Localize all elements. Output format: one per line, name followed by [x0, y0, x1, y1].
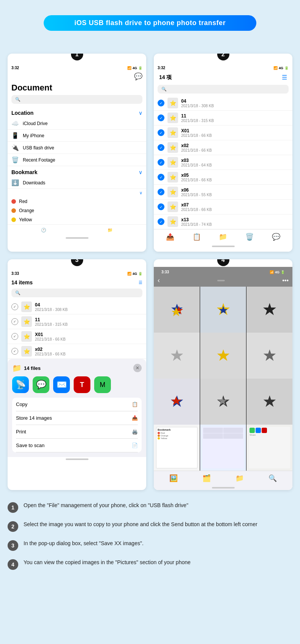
file-item-x13[interactable]: ✓ ⭐ x13 2021/3/18 - 74 KB [154, 214, 292, 229]
screen3-count: 14 items [11, 279, 33, 286]
phone-screen-4: 3:33 📶 4G 🔋 ‹ ••• [154, 267, 292, 490]
copy-icon[interactable]: 📋 [193, 233, 201, 241]
photo-cell-3[interactable] [246, 287, 292, 333]
delete-icon[interactable]: 🗑️ [245, 233, 254, 241]
search-bar-1[interactable]: 🔍 [11, 95, 142, 104]
phone-screen-1: 3:32 📶 4G 🔋 💬 Document 🔍 [8, 61, 146, 243]
file-item-11[interactable]: ✓ ⭐ 11 2021/3/18 - 315 KB [154, 111, 292, 125]
file-item-x03[interactable]: ✓ ⭐ x03 2021/3/18 - 64 KB [154, 155, 292, 170]
photo-icon-1[interactable]: 🖼️ [169, 474, 178, 482]
more-dots-icon[interactable]: ••• [282, 277, 289, 284]
screen2-count: 14 项 [159, 74, 172, 81]
folder-icon-2[interactable]: 📁 [219, 233, 227, 241]
yellow-label-item[interactable]: Yellow [8, 215, 146, 224]
orange-label-item[interactable]: Orange [8, 206, 146, 215]
check-11: ✓ [158, 114, 164, 121]
scan-action[interactable]: Save to scan 📄 [16, 439, 138, 452]
instr-num-1: 1 [8, 502, 18, 513]
red-label-item[interactable]: Red [8, 197, 146, 206]
home-indicator-3 [66, 458, 88, 460]
more-apps-icon[interactable]: M [94, 376, 111, 393]
doc-title: Document [11, 83, 142, 93]
thumb-04: ⭐ [167, 98, 178, 108]
instr-text-3: In the pop-up dialog box, select "Save X… [24, 539, 144, 547]
tesla-icon[interactable]: T [74, 376, 90, 393]
title-banner: iOS USB flash drive to phone photo trans… [44, 15, 256, 31]
print-action[interactable]: Print 🖨️ [16, 425, 138, 439]
bookmark-chevron[interactable]: ∨ [139, 169, 142, 175]
file-item-04[interactable]: ✓ ⭐ 04 2021/3/18 - 308 KB [154, 96, 292, 111]
downloads-item[interactable]: ⬇️ Downloads [8, 177, 146, 189]
file-item-x02[interactable]: ✓ ⭐ x02 2021/3/18 - 66 KB [154, 140, 292, 155]
photo-cell-9[interactable] [246, 379, 292, 425]
photo-cell-6[interactable] [246, 333, 292, 379]
share-close-button[interactable]: ✕ [133, 364, 142, 372]
orange-dot [11, 208, 16, 213]
store-action[interactable]: Store 14 images 📥 [16, 411, 138, 425]
instruction-1: 1 Open the "File" management of your pho… [8, 501, 292, 513]
location-title: Location [11, 110, 33, 116]
file3-04[interactable]: ✓ ⭐ 04 2021/3/18 - 308 KB [8, 300, 146, 314]
photo-icon-3[interactable]: 📁 [235, 474, 244, 482]
instr-text-2: Select the image you want to copy to you… [24, 520, 257, 528]
file3-x02[interactable]: ✓ ⭐ x02 2021/3/18 - 66 KB [8, 344, 146, 359]
thumb-x06: ⭐ [167, 187, 178, 197]
messages-icon[interactable]: 💬 [33, 376, 49, 393]
list-icon-3[interactable]: ☰ [139, 280, 142, 285]
svg-marker-5 [263, 303, 276, 315]
photo-row-4: Bookmark Red Orange Yellow [154, 425, 292, 471]
photo-cell-2[interactable] [200, 287, 246, 333]
chat-icon[interactable]: 💬 [134, 72, 142, 81]
photo-search-icon[interactable]: 🔍 [268, 474, 277, 482]
file3-11[interactable]: ✓ ⭐ 11 2021/3/18 - 315 KB [8, 314, 146, 329]
back-arrow[interactable]: ‹ [158, 276, 160, 284]
more-icon[interactable]: 💬 [272, 233, 280, 241]
photo-cell-8[interactable] [200, 379, 246, 425]
location-chevron[interactable]: ∨ [139, 110, 142, 116]
photo-cell-7[interactable] [154, 379, 200, 425]
photo-cell-10[interactable]: Bookmark Red Orange Yellow [154, 425, 200, 471]
mail-icon[interactable]: ✉️ [53, 376, 70, 393]
search-bar-3[interactable]: 🔍 [11, 289, 142, 297]
phone-screen-3: 3:33 📶 4G 🔋 14 items ☰ 🔍 [8, 267, 146, 465]
search-bar-2[interactable]: 🔍 [158, 85, 289, 94]
status-bar-3: 3:33 📶 4G 🔋 [8, 270, 146, 277]
icloud-item[interactable]: ☁️ iCloud Drive [8, 117, 146, 130]
recent-footage-item[interactable]: 🗑️ Recent Footage [8, 154, 146, 166]
file-item-x07[interactable]: ✓ ⭐ x07 2021/3/18 - 66 KB [154, 200, 292, 214]
thumb3-11: ⭐ [21, 316, 32, 327]
file-list-3: ✓ ⭐ 04 2021/3/18 - 308 KB ✓ ⭐ [8, 300, 146, 359]
list-view-icon[interactable]: ☰ [282, 74, 287, 81]
thumb-x07: ⭐ [167, 201, 178, 212]
myiphone-item[interactable]: 📱 My iPhone [8, 130, 146, 142]
step-card-1: 1 3:32 📶 4G 🔋 💬 Document [8, 54, 146, 252]
copy-action[interactable]: Copy 📋 [16, 398, 138, 411]
status-bar-1: 3:32 📶 4G 🔋 [8, 64, 146, 71]
phone-screen-2: 3:32 📶 4G 🔋 14 项 ☰ 🔍 [154, 61, 292, 252]
svg-marker-7 [217, 349, 229, 360]
copy-action-icon: 📋 [132, 401, 138, 407]
file-item-x01[interactable]: ✓ ⭐ X01 2021/3/18 - 66 KB [154, 125, 292, 140]
screen1-header: Document 🔍 [8, 81, 146, 107]
file-item-x06[interactable]: ✓ ⭐ x06 2021/3/18 - 55 KB [154, 185, 292, 200]
photo-cell-1[interactable] [154, 287, 200, 333]
share-icon[interactable]: 📤 [166, 233, 174, 241]
time-2: 3:32 [158, 66, 165, 70]
photo-cell-12[interactable]: Share [246, 425, 292, 471]
photo-cell-5[interactable] [200, 333, 246, 379]
orange-label: Orange [19, 208, 34, 213]
usb-item[interactable]: 🔌 USB flash drive [8, 142, 146, 154]
photo-icon-2[interactable]: 🗂️ [202, 474, 211, 482]
collapse-chevron[interactable]: ∨ [139, 190, 142, 195]
file-item-x05[interactable]: ✓ ⭐ x05 2021/3/18 - 66 KB [154, 170, 292, 185]
folder-icon[interactable]: 📁 [107, 228, 113, 233]
check-x02: ✓ [158, 144, 164, 151]
photo-cell-11[interactable] [200, 425, 246, 471]
time-4: 3:33 [161, 270, 169, 274]
step-number-2: 2 [217, 54, 229, 60]
instructions-section: 1 Open the "File" management of your pho… [8, 501, 292, 570]
file3-x01[interactable]: ✓ ⭐ X01 2021/3/18 - 66 KB [8, 329, 146, 344]
airdrop-icon[interactable]: 📡 [12, 376, 29, 393]
usb-icon: 🔌 [11, 144, 19, 151]
photo-cell-4[interactable] [154, 333, 200, 379]
